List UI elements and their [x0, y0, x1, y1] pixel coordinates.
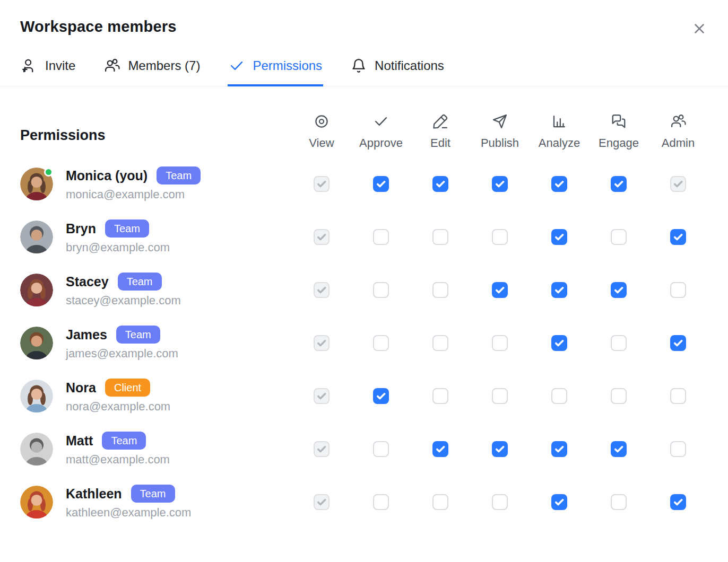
checkbox-engage[interactable]	[611, 282, 627, 298]
checkbox-edit[interactable]	[432, 494, 448, 510]
checkbox-cell-publish	[470, 388, 530, 404]
avatar	[20, 327, 53, 359]
column-header-edit: Edit	[411, 113, 470, 157]
tab-notifications[interactable]: Notifications	[350, 58, 445, 86]
checkbox-approve[interactable]	[373, 441, 389, 457]
checkbox-cell-edit	[411, 282, 470, 298]
checkbox-cell-admin	[648, 388, 708, 404]
users-icon	[670, 113, 686, 129]
checkbox-analyze[interactable]	[551, 441, 567, 457]
checkbox-analyze[interactable]	[551, 494, 567, 510]
tab-members[interactable]: Members (7)	[103, 58, 201, 86]
checkbox-cell-view	[292, 494, 351, 510]
member-name: Monica (you)	[66, 169, 148, 183]
checkbox-approve[interactable]	[373, 388, 389, 404]
checkbox-cell-analyze	[530, 441, 589, 457]
member-email: kathleen@example.com	[66, 506, 191, 519]
checkbox-admin[interactable]	[670, 282, 686, 298]
member-row-monica: Monica (you)Teammonica@example.com	[0, 157, 728, 210]
checkbox-cell-admin	[648, 282, 708, 298]
checkbox-admin[interactable]	[670, 335, 686, 351]
checkbox-view	[314, 441, 330, 457]
checkmark-icon	[554, 232, 565, 242]
checkmark-icon	[316, 179, 327, 189]
tab-permissions[interactable]: Permissions	[228, 58, 323, 86]
checkbox-admin[interactable]	[670, 229, 686, 245]
tab-label: Notifications	[375, 59, 444, 72]
checkbox-cell-engage	[589, 282, 648, 298]
checkbox-admin[interactable]	[670, 494, 686, 510]
column-header-approve: Approve	[351, 113, 411, 157]
checkbox-publish[interactable]	[492, 441, 508, 457]
checkbox-publish[interactable]	[492, 282, 508, 298]
member-row-bryn: BrynTeambryn@example.com	[0, 210, 728, 264]
checkbox-admin[interactable]	[670, 388, 686, 404]
checkbox-approve[interactable]	[373, 494, 389, 510]
checkbox-publish[interactable]	[492, 388, 508, 404]
checkmark-icon	[554, 179, 565, 189]
role-badge: Team	[118, 273, 162, 291]
checkbox-edit[interactable]	[432, 282, 448, 298]
checkbox-engage[interactable]	[611, 441, 627, 457]
tab-label: Members (7)	[128, 59, 200, 72]
member-name: Nora	[66, 381, 96, 396]
checkbox-engage[interactable]	[611, 335, 627, 351]
tab-label: Invite	[45, 59, 75, 72]
checkbox-analyze[interactable]	[551, 282, 567, 298]
checkbox-cell-analyze	[530, 176, 589, 192]
checkbox-approve[interactable]	[373, 282, 389, 298]
member-email: nora@example.com	[66, 400, 170, 413]
member-cell: NoraClientnora@example.com	[20, 379, 292, 413]
checkbox-analyze[interactable]	[551, 335, 567, 351]
close-button[interactable]	[690, 19, 709, 38]
member-cell: KathleenTeamkathleen@example.com	[20, 485, 292, 519]
checkmark-icon	[613, 179, 624, 189]
check-icon	[229, 58, 245, 74]
tab-label: Permissions	[253, 59, 322, 72]
checkmark-icon	[435, 444, 446, 454]
checkmark-icon	[613, 444, 624, 454]
avatar-image	[20, 221, 53, 253]
checkbox-engage[interactable]	[611, 229, 627, 245]
checkbox-view	[314, 282, 330, 298]
checkbox-approve[interactable]	[373, 176, 389, 192]
checkbox-analyze[interactable]	[551, 176, 567, 192]
avatar	[20, 168, 53, 200]
column-label: Admin	[662, 137, 695, 149]
checkbox-publish[interactable]	[492, 229, 508, 245]
column-header-publish: Publish	[470, 113, 530, 157]
checkbox-analyze[interactable]	[551, 229, 567, 245]
checkbox-cell-analyze	[530, 494, 589, 510]
checkbox-edit[interactable]	[432, 388, 448, 404]
tab-invite[interactable]: Invite	[20, 58, 76, 86]
column-label: Approve	[359, 137, 403, 149]
checkbox-cell-admin	[648, 335, 708, 351]
permissions-section-title: Permissions	[20, 127, 292, 157]
online-status-dot	[44, 168, 53, 177]
checkbox-cell-engage	[589, 494, 648, 510]
checkbox-edit[interactable]	[432, 335, 448, 351]
checkmark-icon	[554, 285, 565, 295]
checkbox-publish[interactable]	[492, 176, 508, 192]
checkbox-edit[interactable]	[432, 176, 448, 192]
role-badge: Team	[157, 166, 201, 185]
checkbox-cell-engage	[589, 335, 648, 351]
member-email: matt@example.com	[66, 453, 170, 466]
checkbox-engage[interactable]	[611, 494, 627, 510]
checkbox-cell-view	[292, 441, 351, 457]
checkbox-view	[314, 388, 330, 404]
checkbox-edit[interactable]	[432, 229, 448, 245]
checkbox-engage[interactable]	[611, 176, 627, 192]
checkbox-approve[interactable]	[373, 335, 389, 351]
checkbox-approve[interactable]	[373, 229, 389, 245]
checkmark-icon	[316, 232, 327, 242]
checkbox-cell-engage	[589, 441, 648, 457]
checkbox-analyze[interactable]	[551, 388, 567, 404]
checkbox-publish[interactable]	[492, 335, 508, 351]
checkbox-engage[interactable]	[611, 388, 627, 404]
avatar	[20, 433, 53, 466]
checkbox-edit[interactable]	[432, 441, 448, 457]
checkbox-admin[interactable]	[670, 441, 686, 457]
checkbox-publish[interactable]	[492, 494, 508, 510]
member-cell: BrynTeambryn@example.com	[20, 219, 292, 254]
